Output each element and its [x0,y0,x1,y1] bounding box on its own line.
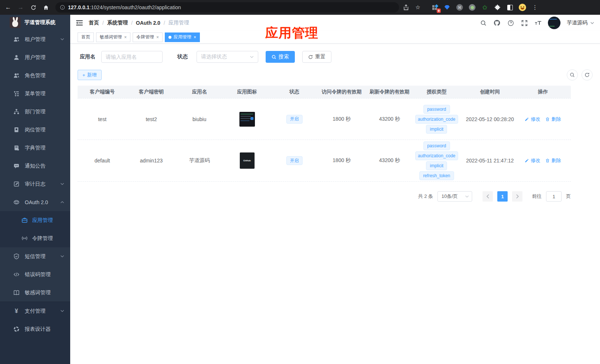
browser-menu-icon[interactable]: ⋮ [531,3,539,12]
sidebar-item-label: 菜单管理 [25,90,45,97]
sidebar: 芋道管理系统 租户管理用户管理角色管理菜单管理部门管理岗位管理字典管理通知公告审… [0,15,70,364]
tab-首页[interactable]: 首页 [78,32,94,42]
bookmark-star-icon[interactable]: ☆ [413,3,423,12]
user-menu[interactable]: 芋道源码 [567,20,594,26]
close-tab-icon[interactable]: × [194,35,196,40]
client-id-cell: default [78,158,127,164]
table-row: testtest2biubiu开启1800 秒43200 秒passwordau… [78,98,571,140]
breadcrumb-separator: / [164,20,165,26]
add-button[interactable]: + 新增 [78,70,102,80]
column-header: 访问令牌的有效期 [318,89,365,95]
breadcrumb-item: 应用管理 [168,20,189,26]
report-icon [13,326,20,332]
extension-grid-icon[interactable]: 9 [430,3,439,12]
user-avatar[interactable] [548,17,560,29]
close-tab-icon[interactable]: × [124,35,127,40]
screen: ← → 127.0.0.1:1024/system/oauth2/oauth2/… [0,0,600,364]
breadcrumb-item[interactable]: OAuth 2.0 [136,20,160,26]
refresh-table-icon[interactable] [582,69,593,80]
share-icon[interactable] [401,3,411,12]
sidebar-item-字典管理[interactable]: 字典管理 [0,139,70,157]
breadcrumb-item[interactable]: 系统管理 [107,20,128,26]
column-header: 授权类型 [413,89,460,95]
tab-敏感词管理[interactable]: 敏感词管理× [96,32,130,42]
rabbit-logo-icon [10,17,21,28]
page-number-1[interactable]: 1 [497,191,508,202]
collapse-sidebar-icon[interactable] [75,19,83,27]
prev-page-button[interactable] [483,191,493,202]
fullscreen-icon[interactable] [521,19,528,27]
sidebar-item-角色管理[interactable]: 角色管理 [0,66,70,85]
delete-link[interactable]: 删除 [545,157,561,164]
edit-link[interactable]: 修改 [525,157,540,164]
font-size-icon[interactable] [534,19,542,27]
site-info-icon[interactable] [60,5,65,10]
sidebar-item-短信管理[interactable]: 短信管理 [0,247,70,265]
sidebar-item-报表设计器[interactable]: 报表设计器 [0,320,70,338]
search-icon[interactable] [480,19,487,27]
sidebar-item-label: 字典管理 [25,145,45,151]
sidebar-item-部门管理[interactable]: 部门管理 [0,103,70,121]
breadcrumb-separator: / [102,20,104,26]
post-icon [13,127,20,133]
next-page-button[interactable] [512,191,522,202]
actions-cell: 修改删除 [520,157,566,164]
sidebar-item-菜单管理[interactable]: 菜单管理 [0,85,70,103]
home-icon[interactable] [41,2,51,13]
url-text: 127.0.0.1:1024/system/oauth2/oauth2/appl… [68,4,181,10]
chevron-down-icon [60,183,64,185]
client-secret-cell: admin123 [127,158,176,164]
address-bar[interactable]: 127.0.0.1:1024/system/oauth2/oauth2/appl… [55,2,399,13]
extension-puzzle-icon[interactable] [493,3,502,12]
user-name: 芋道源码 [567,20,587,26]
sidebar-item-租户管理[interactable]: 租户管理 [0,30,70,48]
sidebar-item-敏感词管理[interactable]: 敏感词管理 [0,284,70,302]
total-count: 共 2 条 [418,193,433,200]
back-icon[interactable]: ← [3,2,13,13]
sidebar-item-审计日志[interactable]: 审计日志 [0,175,70,193]
reset-button[interactable]: 重置 [302,51,331,63]
forward-icon[interactable]: → [16,2,26,13]
sidebar-item-错误码管理[interactable]: 错误码管理 [0,265,70,284]
sidebar-item-支付管理[interactable]: ¥支付管理 [0,302,70,320]
goto-page-input[interactable] [546,191,562,202]
help-icon[interactable] [507,19,514,27]
extension-command-icon[interactable]: ⌘ [455,3,464,12]
sidebar-item-岗位管理[interactable]: 岗位管理 [0,121,70,139]
sidebar-item-令牌管理[interactable]: 令牌管理 [0,229,70,247]
grant-type-tag: refresh_token [419,171,454,180]
grant-type-tag: authorization_code [415,151,458,160]
page-size-select[interactable]: 10条/页 [437,191,472,202]
github-icon[interactable] [493,19,501,27]
app-logo-row[interactable]: 芋道管理系统 [0,15,70,30]
audit-icon [13,181,20,187]
extension-star-icon[interactable]: ✩ [480,3,489,12]
breadcrumb-item[interactable]: 首页 [89,20,99,26]
sidebar-item-应用管理[interactable]: 应用管理 [0,211,70,229]
extension-gem-icon[interactable] [443,3,451,12]
reload-icon[interactable] [28,2,38,13]
sidebar-item-OAuth 2.0[interactable]: OAuth 2.0 [0,193,70,211]
extension-sidepanel-icon[interactable] [505,3,514,12]
toggle-search-icon[interactable] [567,69,578,80]
close-tab-icon[interactable]: × [156,35,159,40]
sidebar-item-通知公告[interactable]: 通知公告 [0,157,70,175]
sidebar-item-label: 令牌管理 [32,235,53,242]
client-secret-cell: test2 [127,116,176,122]
plus-icon: + [82,72,85,78]
status-badge: 开启 [286,156,303,165]
tenants-icon [13,36,20,42]
tab-令牌管理[interactable]: 令牌管理× [133,32,163,42]
app-name-input[interactable] [101,51,163,63]
sidebar-item-用户管理[interactable]: 用户管理 [0,48,70,66]
search-button[interactable]: 搜索 [266,51,295,63]
delete-link[interactable]: 删除 [545,116,561,123]
extension-record-icon[interactable] [468,3,477,12]
status-select[interactable]: 请选择状态 [197,51,258,63]
extension-badge: 9 [437,8,441,13]
topbar: 首页/系统管理/OAuth 2.0/应用管理 [70,15,600,31]
app-screenshot-thumbnail [239,112,255,127]
profile-avatar-icon[interactable] [518,3,527,12]
tab-应用管理[interactable]: 应用管理× [165,32,200,42]
edit-link[interactable]: 修改 [525,116,540,123]
